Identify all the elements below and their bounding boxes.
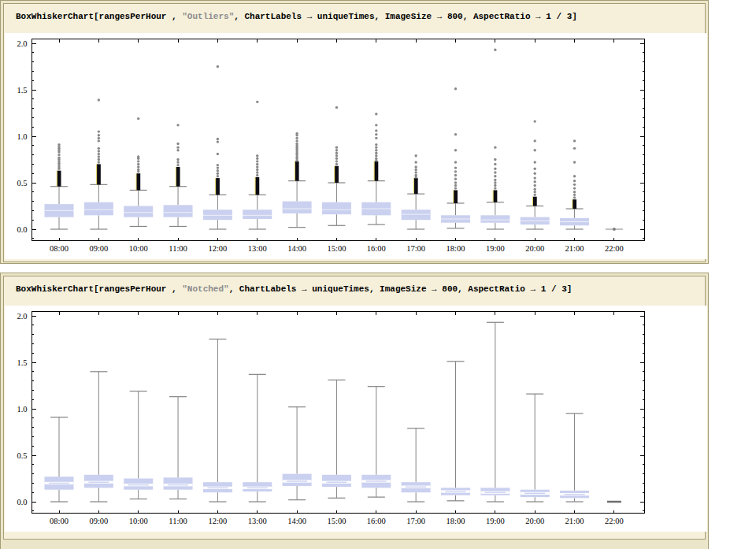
box-group-22:00 [606, 228, 623, 231]
outlier-point [573, 139, 576, 142]
outlier-point [494, 158, 496, 161]
outlier-point [573, 147, 576, 150]
outlier-point [454, 87, 457, 90]
outlier-point [534, 188, 536, 191]
outlier-point [176, 149, 179, 151]
outlier-point [98, 137, 100, 139]
box-group-12:00 [203, 339, 232, 503]
code-segment-code: , ChartLabels → uniqueTimes, ImageSize →… [229, 284, 573, 294]
dense-outlier-column [374, 161, 378, 181]
outlier-point [335, 163, 338, 165]
outlier-point [98, 150, 100, 152]
box-rect [283, 202, 312, 213]
box-group-10:00 [124, 117, 153, 227]
outlier-point [454, 149, 457, 151]
outlier-point [57, 154, 60, 156]
notebook-page: { "page": { "background": "#ffffff" }, "… [0, 0, 756, 549]
dense-outlier-column [454, 190, 458, 203]
code-segment-string: "Notched" [182, 284, 228, 294]
outlier-point [414, 154, 417, 157]
x-tick-label: 20:00 [525, 244, 544, 253]
box-group-20:00 [521, 120, 550, 229]
outlier-point [295, 137, 298, 139]
outlier-point [573, 191, 576, 193]
outlier-point [375, 133, 377, 135]
outlier-point [534, 168, 536, 170]
outlier-point [454, 187, 457, 189]
outlier-point [98, 130, 100, 132]
box-rect [84, 202, 113, 216]
box-group-13:00 [243, 374, 272, 502]
outlier-point [98, 147, 100, 150]
dense-outlier-column [57, 171, 61, 187]
outlier-point [534, 161, 536, 163]
outlier-point [454, 181, 457, 184]
code-segment-code: BoxWhiskerChart[rangesPerHour , [16, 12, 182, 21]
outlier-point [335, 149, 338, 151]
y-tick-label: 1.0 [17, 405, 27, 414]
outlier-point [98, 161, 100, 163]
box-rect [322, 202, 351, 214]
y-tick-label: 0.5 [17, 451, 27, 460]
box-group-11:00 [164, 124, 193, 226]
outlier-point [176, 124, 179, 126]
x-tick-label: 14:00 [287, 517, 306, 525]
box-group-09:00 [84, 98, 113, 229]
outlier-point [295, 143, 298, 145]
outlier-point [295, 139, 298, 142]
outlier-point [375, 152, 377, 154]
outlier-point [375, 149, 377, 151]
box-group-15:00 [322, 106, 351, 226]
x-tick-label: 17:00 [406, 517, 425, 525]
outlier-point [295, 132, 298, 135]
outlier-point [494, 171, 496, 173]
box-group-13:00 [243, 101, 272, 229]
outlier-point [414, 169, 417, 171]
outlier-point [217, 172, 219, 175]
dense-outlier-column [255, 177, 259, 195]
outlier-point [613, 228, 616, 231]
x-tick-label: 17:00 [406, 244, 425, 253]
dense-outlier-column [533, 197, 537, 206]
outlier-point [335, 158, 338, 160]
outlier-point [414, 174, 417, 176]
x-tick-label: 11:00 [169, 517, 187, 525]
x-tick-label: 20:00 [525, 517, 544, 525]
box-rect [164, 477, 193, 489]
outlier-point [454, 170, 457, 172]
outlier-point [534, 120, 536, 122]
outlier-point [375, 143, 377, 146]
dense-outlier-column [493, 190, 497, 202]
outlier-point [176, 143, 179, 145]
outlier-point [375, 124, 377, 126]
outlier-point [454, 184, 457, 187]
outlier-point [256, 171, 258, 173]
outlier-point [573, 196, 576, 198]
x-tick-label: 08:00 [50, 517, 69, 525]
x-tick-label: 19:00 [486, 244, 505, 253]
y-tick-label: 1.0 [17, 132, 27, 141]
outlier-point [217, 153, 219, 155]
outlier-point [494, 146, 496, 148]
x-tick-label: 09:00 [89, 244, 108, 253]
code-input-0[interactable]: BoxWhiskerChart[rangesPerHour , "Outlier… [16, 8, 702, 35]
dense-outlier-column [176, 167, 180, 187]
outlier-point [137, 169, 139, 171]
x-tick-label: 08:00 [50, 244, 69, 253]
dense-outlier-column [216, 178, 220, 195]
outlier-point [335, 154, 338, 157]
outlier-point [98, 153, 100, 155]
box-rect [124, 206, 153, 217]
outlier-point [375, 137, 377, 139]
outlier-point [375, 129, 377, 132]
y-tick-label: 1.5 [17, 86, 27, 95]
outlier-point [414, 171, 417, 173]
outlier-point [57, 156, 60, 158]
box-group-17:00 [402, 154, 431, 229]
outlier-point [573, 184, 576, 186]
outlier-point [217, 164, 219, 166]
code-input-1[interactable]: BoxWhiskerChart[rangesPerHour , "Notched… [16, 280, 702, 307]
box-group-10:00 [124, 391, 153, 499]
outlier-point [335, 146, 338, 148]
x-tick-label: 22:00 [605, 244, 624, 253]
